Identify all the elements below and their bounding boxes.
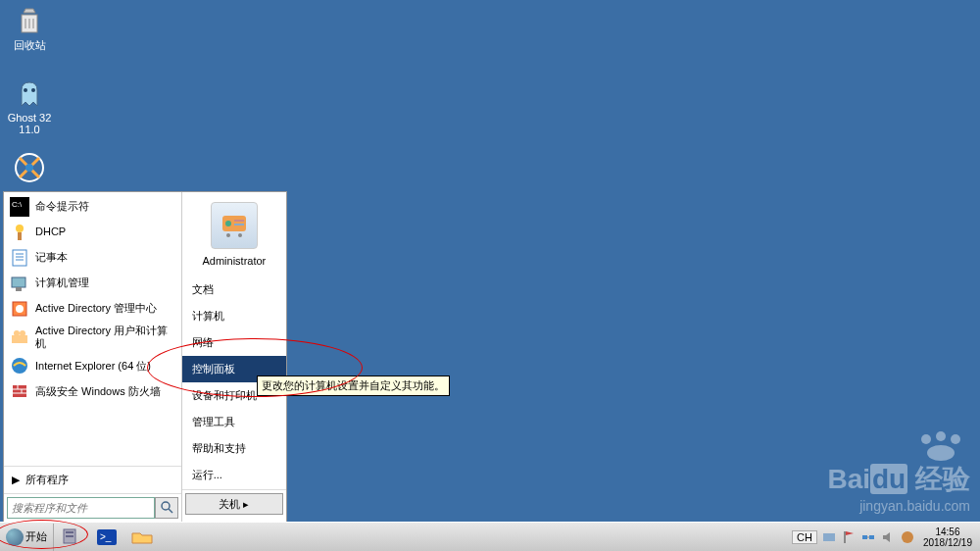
- right-item-run[interactable]: 运行...: [182, 462, 286, 488]
- program-label: 记事本: [35, 251, 68, 264]
- svg-text:>_: >_: [100, 531, 112, 542]
- search-icon: [160, 500, 173, 514]
- tray-flag-icon[interactable]: [841, 529, 857, 545]
- right-item-network[interactable]: 网络: [182, 329, 286, 356]
- user-name: Administrator: [182, 255, 286, 267]
- tray-icon[interactable]: [900, 529, 915, 545]
- svg-point-36: [238, 233, 242, 237]
- svg-point-39: [951, 434, 960, 444]
- tray-icon[interactable]: [821, 529, 837, 545]
- adusers-icon: [10, 327, 29, 347]
- user-section: Administrator: [182, 196, 286, 276]
- svg-point-32: [225, 221, 231, 226]
- program-firewall[interactable]: 高级安全 Windows 防火墙: [4, 378, 181, 404]
- program-list: C:\ 命令提示符 DHCP 记事本 计算机管理 Active Director…: [4, 192, 181, 466]
- watermark: Baidu 经验 jingyan.baidu.com: [827, 431, 970, 514]
- program-cmd[interactable]: C:\ 命令提示符: [4, 194, 181, 220]
- svg-point-10: [16, 225, 24, 232]
- compmgmt-icon: [10, 274, 29, 293]
- taskbar-powershell[interactable]: >_: [91, 526, 122, 549]
- svg-rect-12: [13, 250, 26, 266]
- svg-point-29: [162, 502, 170, 510]
- system-tray: CH 14:56 2018/12/19: [788, 526, 980, 548]
- svg-rect-49: [869, 535, 874, 539]
- computer-icon: [14, 152, 45, 183]
- program-ad-users[interactable]: Active Directory 用户和计算机: [4, 322, 181, 353]
- svg-rect-48: [862, 535, 867, 539]
- ghost-icon: [14, 78, 45, 110]
- ghost-label: Ghost 32 11.0: [5, 112, 54, 135]
- svg-rect-43: [66, 535, 74, 537]
- start-button[interactable]: 开始: [0, 524, 54, 551]
- svg-rect-17: [16, 287, 22, 291]
- svg-text:C:\: C:\: [12, 200, 23, 209]
- desktop-icon-computer[interactable]: [5, 152, 54, 185]
- tray-network-icon[interactable]: [860, 529, 876, 545]
- svg-point-38: [936, 431, 946, 441]
- paw-icon: [911, 431, 970, 461]
- svg-line-30: [169, 509, 172, 513]
- date: 2018/12/19: [923, 537, 972, 548]
- server-icon: [60, 527, 83, 547]
- svg-point-37: [921, 434, 931, 444]
- clock[interactable]: 14:56 2018/12/19: [919, 526, 976, 548]
- folder-icon: [130, 527, 154, 547]
- arrow-right-icon: ▶: [12, 474, 20, 486]
- svg-point-4: [24, 88, 27, 92]
- taskbar-explorer[interactable]: [126, 526, 158, 549]
- desktop-icon-ghost[interactable]: Ghost 32 11.0: [5, 78, 54, 135]
- shutdown-row: 关机 ▸: [182, 489, 286, 518]
- svg-point-21: [14, 330, 20, 336]
- right-item-computer[interactable]: 计算机: [182, 303, 286, 329]
- svg-rect-46: [823, 533, 835, 541]
- powershell-icon: >_: [95, 527, 119, 547]
- svg-point-7: [25, 164, 33, 172]
- svg-rect-20: [12, 335, 27, 343]
- svg-rect-11: [18, 232, 22, 240]
- user-avatar[interactable]: [211, 202, 258, 249]
- all-programs-label: 所有程序: [25, 473, 69, 487]
- tooltip: 更改您的计算机设置并自定义其功能。: [257, 376, 450, 396]
- taskbar: 开始 >_ CH 14:56 2018/12/19: [0, 522, 980, 551]
- svg-rect-34: [234, 224, 244, 225]
- all-programs[interactable]: ▶ 所有程序: [4, 466, 181, 493]
- language-indicator[interactable]: CH: [792, 530, 817, 544]
- program-label: 计算机管理: [35, 276, 89, 289]
- svg-rect-16: [12, 277, 25, 287]
- program-label: 命令提示符: [35, 200, 89, 213]
- firewall-icon: [10, 381, 29, 401]
- search-button[interactable]: [155, 497, 178, 519]
- taskbar-server-manager[interactable]: [56, 526, 87, 549]
- cmd-icon: C:\: [10, 197, 29, 217]
- search-input[interactable]: [7, 497, 155, 519]
- svg-rect-33: [234, 220, 244, 222]
- desktop-icon-recycle[interactable]: 回收站: [5, 5, 54, 53]
- right-item-help[interactable]: 帮助和支持: [182, 435, 286, 462]
- program-ad-center[interactable]: Active Directory 管理中心: [4, 296, 181, 322]
- program-label: Active Directory 管理中心: [35, 302, 157, 315]
- watermark-url: jingyan.baidu.com: [827, 498, 970, 514]
- program-ie[interactable]: Internet Explorer (64 位): [4, 353, 181, 378]
- svg-point-5: [31, 88, 35, 92]
- program-label: 高级安全 Windows 防火墙: [35, 385, 161, 398]
- right-item-admin-tools[interactable]: 管理工具: [182, 409, 286, 435]
- start-menu-left: C:\ 命令提示符 DHCP 记事本 计算机管理 Active Director…: [4, 192, 182, 522]
- svg-rect-47: [844, 531, 846, 543]
- shutdown-button[interactable]: 关机 ▸: [185, 493, 283, 515]
- program-notepad[interactable]: 记事本: [4, 245, 181, 271]
- svg-point-51: [902, 531, 913, 543]
- program-label: DHCP: [35, 225, 66, 238]
- ie-icon: [10, 356, 29, 376]
- dhcp-icon: [10, 223, 29, 242]
- program-label: Internet Explorer (64 位): [35, 360, 151, 373]
- avatar-icon: [215, 206, 254, 245]
- svg-rect-42: [66, 531, 74, 533]
- program-compmgmt[interactable]: 计算机管理: [4, 271, 181, 296]
- tray-sound-icon[interactable]: [880, 529, 896, 545]
- notepad-icon: [10, 248, 29, 268]
- recycle-label: 回收站: [5, 38, 54, 53]
- start-menu-right: Administrator 文档 计算机 网络 控制面板 设备和打印机 管理工具…: [182, 192, 286, 522]
- program-dhcp[interactable]: DHCP: [4, 220, 181, 245]
- recycle-bin-icon: [14, 5, 45, 36]
- right-item-documents[interactable]: 文档: [182, 276, 286, 303]
